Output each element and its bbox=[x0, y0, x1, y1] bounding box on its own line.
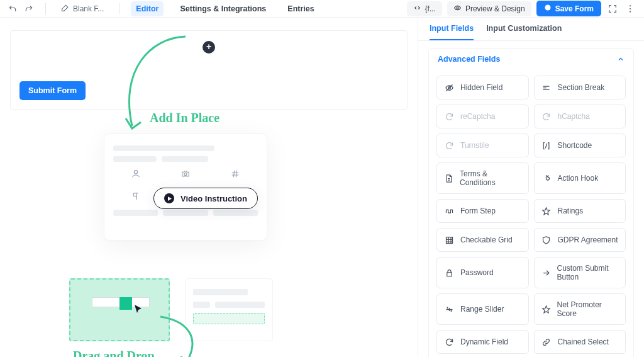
tab-entries[interactable]: Entries bbox=[282, 1, 319, 16]
field-chained-select[interactable]: Chained Select bbox=[534, 330, 626, 354]
field-net-promoter-score[interactable]: Net Promoter Score bbox=[534, 293, 626, 325]
paragraph-icon bbox=[124, 190, 148, 203]
editor-canvas[interactable]: + Submit Form Add In Place bbox=[0, 18, 418, 357]
field-label: GDPR Agreement bbox=[558, 235, 618, 244]
tab-input-fields[interactable]: Input Fields bbox=[430, 24, 474, 40]
star-icon bbox=[541, 304, 551, 314]
field-form-step[interactable]: Form Step bbox=[436, 199, 529, 223]
chevron-up-icon bbox=[617, 55, 625, 63]
form-title-chip[interactable]: Blank F... bbox=[57, 3, 108, 15]
hook-icon bbox=[541, 173, 552, 183]
shortcode-chip[interactable]: {f... bbox=[407, 1, 442, 16]
field-ratings[interactable]: Ratings bbox=[534, 199, 626, 223]
slider-icon bbox=[444, 304, 454, 314]
field-gdpr-agreement[interactable]: GDPR Agreement bbox=[534, 228, 626, 252]
field-shortcode[interactable]: Shortcode bbox=[534, 133, 626, 157]
brackets-icon bbox=[541, 140, 552, 150]
refresh-icon bbox=[541, 111, 552, 122]
field-label: Shortcode bbox=[558, 141, 592, 150]
topbar: Blank F... Editor Settings & Integration… bbox=[0, 0, 644, 18]
eye-off-icon bbox=[444, 82, 454, 93]
field-label: Form Step bbox=[460, 207, 496, 215]
drag-illustration bbox=[69, 278, 170, 341]
advanced-fields-toggle[interactable]: Advanced Fields bbox=[429, 49, 633, 69]
field-label: Range Slider bbox=[460, 305, 504, 314]
field-section-break[interactable]: Section Break bbox=[534, 76, 626, 99]
camera-icon bbox=[174, 167, 197, 181]
field-password[interactable]: Password bbox=[436, 257, 529, 288]
field-label: Net Promoter Score bbox=[557, 300, 619, 318]
preview-button[interactable]: Preview & Design bbox=[447, 1, 531, 16]
preview-button-label: Preview & Design bbox=[465, 4, 525, 13]
tab-editor[interactable]: Editor bbox=[131, 1, 164, 16]
arrow-right-icon bbox=[541, 268, 551, 278]
field-label: Chained Select bbox=[558, 337, 609, 346]
check-circle-icon bbox=[544, 4, 552, 13]
save-form-button[interactable]: Save Form bbox=[536, 1, 601, 16]
form-title-text: Blank F... bbox=[73, 4, 104, 13]
illustration-card bbox=[104, 133, 267, 241]
hash-icon bbox=[223, 167, 247, 181]
tab-input-customization[interactable]: Input Customization bbox=[486, 24, 562, 40]
field-recaptcha: reCaptcha bbox=[436, 105, 529, 128]
code-icon bbox=[413, 4, 421, 14]
lock-icon bbox=[444, 268, 454, 278]
more-menu-button[interactable] bbox=[624, 3, 636, 15]
video-pill-label: Video Instruction bbox=[180, 194, 247, 203]
redo-button[interactable] bbox=[24, 4, 34, 14]
video-instruction-button[interactable]: Video Instruction bbox=[153, 188, 258, 209]
field-custom-submit-button[interactable]: Custom Submit Button bbox=[534, 257, 626, 288]
steps-icon bbox=[444, 206, 454, 216]
save-form-label: Save Form bbox=[555, 4, 594, 13]
file-icon bbox=[444, 173, 453, 183]
drag-heading-line1: Drag and Drop bbox=[73, 349, 155, 357]
field-label: Hidden Field bbox=[460, 83, 502, 92]
refresh-icon bbox=[444, 140, 454, 150]
field-label: Dynamic Field bbox=[460, 337, 508, 346]
field-label: reCaptcha bbox=[460, 112, 495, 121]
field-turnstile: Turnstile bbox=[436, 133, 529, 157]
field-label: Ratings bbox=[558, 207, 584, 215]
link-icon bbox=[541, 337, 552, 347]
advanced-fields-accordion: Advanced Fields Hidden FieldSection Brea… bbox=[428, 48, 634, 357]
grid-icon bbox=[444, 235, 454, 245]
field-label: Checkable Grid bbox=[460, 235, 513, 244]
accordion-title: Advanced Fields bbox=[438, 55, 500, 64]
field-action-hook[interactable]: Action Hook bbox=[534, 162, 626, 194]
field-label: Custom Submit Button bbox=[557, 264, 619, 281]
pencil-icon bbox=[61, 4, 69, 14]
play-icon bbox=[164, 193, 174, 203]
field-label: Turnstile bbox=[460, 141, 489, 150]
drag-drop-heading: Drag and Drop Element bbox=[73, 349, 155, 357]
field-checkable-grid[interactable]: Checkable Grid bbox=[436, 228, 529, 252]
field-hcaptcha: hCaptcha bbox=[534, 105, 626, 128]
add-in-place-heading: Add In Place bbox=[150, 111, 219, 125]
star-icon bbox=[541, 206, 552, 216]
refresh-icon bbox=[444, 111, 454, 122]
field-label: Section Break bbox=[558, 83, 605, 92]
fullscreen-button[interactable] bbox=[606, 3, 619, 15]
field-range-slider[interactable]: Range Slider bbox=[436, 293, 529, 325]
field-label: hCaptcha bbox=[558, 112, 590, 121]
field-label: Action Hook bbox=[558, 174, 599, 183]
field-label: Password bbox=[460, 268, 494, 277]
add-field-button[interactable]: + bbox=[203, 41, 215, 54]
field-hidden-field[interactable]: Hidden Field bbox=[436, 76, 529, 99]
cursor-icon bbox=[133, 303, 143, 315]
drop-illustration bbox=[185, 278, 273, 341]
tab-settings[interactable]: Settings & Integrations bbox=[175, 1, 271, 16]
eye-icon bbox=[453, 4, 462, 14]
side-panel: Input Fields Input Customization Advance… bbox=[418, 18, 644, 357]
shield-icon bbox=[541, 235, 552, 245]
field-dynamic-field[interactable]: Dynamic Field bbox=[436, 330, 529, 354]
form-shell[interactable]: + Submit Form bbox=[10, 30, 408, 110]
field-label: Terms & Conditions bbox=[460, 169, 521, 187]
refresh-icon bbox=[444, 337, 454, 347]
user-icon bbox=[124, 167, 148, 181]
form-submit-button[interactable]: Submit Form bbox=[19, 81, 86, 100]
section-icon bbox=[541, 82, 552, 93]
undo-button[interactable] bbox=[8, 4, 18, 14]
shortcode-chip-label: {f... bbox=[425, 4, 436, 13]
field-terms-conditions[interactable]: Terms & Conditions bbox=[436, 162, 529, 194]
